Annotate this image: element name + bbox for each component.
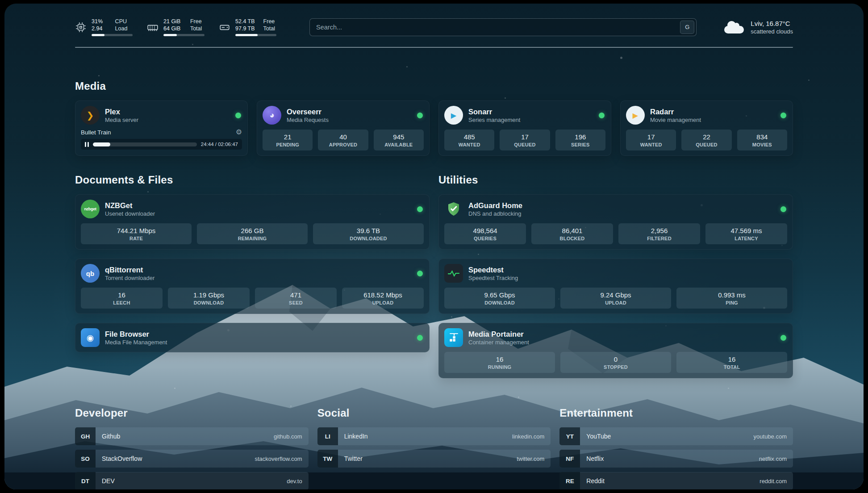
qbittorrent-status-indicator bbox=[417, 271, 423, 276]
stat-available: 945AVAILABLE bbox=[374, 130, 424, 150]
section-title-social: Social bbox=[317, 407, 551, 419]
cpu-label-1: CPU bbox=[115, 18, 133, 25]
app-link-filebrowser[interactable]: ◉ File Browser Media File Management bbox=[81, 328, 424, 347]
sonarr-status-indicator bbox=[599, 113, 605, 118]
app-name-overseerr: Overseerr bbox=[287, 107, 329, 116]
disk-progress-track bbox=[235, 34, 276, 36]
stat-downloaded: 39.6 TBDOWNLOADED bbox=[313, 223, 424, 244]
app-subtitle-plex: Media server bbox=[105, 117, 138, 123]
app-card-adguard: AdGuard Home DNS and adblocking 498,564Q… bbox=[438, 194, 793, 250]
qbittorrent-icon: qb bbox=[81, 264, 100, 283]
bookmark-github[interactable]: GH Github github.com bbox=[75, 427, 309, 445]
bookmark-dev[interactable]: DT DEV dev.to bbox=[75, 472, 309, 489]
dashboard-window: 31% CPU 2.94 Load bbox=[4, 4, 864, 489]
search-provider-button[interactable]: G bbox=[680, 21, 694, 34]
search-input[interactable] bbox=[309, 18, 697, 36]
disk-total-value: 97.9 TB bbox=[235, 25, 256, 32]
portainer-crane-icon bbox=[444, 328, 463, 347]
bookmark-twitter[interactable]: TW Twitter twitter.com bbox=[317, 450, 551, 468]
bookmark-group-social: Social LI LinkedIn linkedin.com TW Twitt… bbox=[317, 407, 551, 489]
bookmark-name: StackOverflow bbox=[96, 450, 255, 468]
stat-approved: 40APPROVED bbox=[318, 130, 368, 150]
app-card-filebrowser: ◉ File Browser Media File Management bbox=[75, 323, 430, 352]
cpu-load-value: 2.94 bbox=[92, 25, 108, 32]
stat-upload: 618.52 MbpsUPLOAD bbox=[342, 288, 424, 309]
memory-progress-fill bbox=[163, 34, 177, 36]
bookmark-url: reddit.com bbox=[760, 472, 793, 489]
bookmark-url: stackoverflow.com bbox=[255, 450, 308, 468]
bookmark-youtube[interactable]: YT YouTube youtube.com bbox=[559, 427, 793, 445]
search: G bbox=[309, 18, 697, 36]
portainer-status-indicator bbox=[780, 335, 786, 341]
memory-total-value: 64 GiB bbox=[163, 25, 183, 32]
stat-running: 16RUNNING bbox=[444, 352, 555, 373]
app-card-speedtest: Speedtest Speedtest Tracking 9.65 GbpsDO… bbox=[438, 259, 793, 314]
bookmark-url: youtube.com bbox=[754, 427, 793, 445]
plex-icon: ❯ bbox=[81, 106, 100, 125]
stat-remaining: 266 GBREMAINING bbox=[197, 223, 308, 244]
stat-upload: 9.24 GbpsUPLOAD bbox=[560, 288, 671, 309]
settings-gear-icon[interactable]: ⚙ bbox=[236, 129, 242, 136]
header-divider bbox=[75, 47, 793, 48]
bookmark-abbr: TW bbox=[317, 450, 338, 468]
app-card-plex: ❯ Plex Media server Bullet Train ⚙ bbox=[75, 100, 248, 156]
bookmark-linkedin[interactable]: LI LinkedIn linkedin.com bbox=[317, 427, 551, 445]
weather-widget: Lviv, 16.87°C scattered clouds bbox=[724, 20, 793, 35]
app-subtitle-qbittorrent: Torrent downloader bbox=[105, 275, 154, 281]
system-metrics: 31% CPU 2.94 Load bbox=[75, 18, 276, 36]
cpu-progress-track bbox=[92, 34, 133, 36]
disk-label-2: Total bbox=[263, 25, 276, 32]
disk-progress-fill bbox=[235, 34, 258, 36]
bookmark-netflix[interactable]: NF Netflix netflix.com bbox=[559, 450, 793, 468]
filebrowser-status-indicator bbox=[417, 335, 423, 341]
app-card-overseerr: ◕ Overseerr Media Requests 21PENDING 40A… bbox=[257, 100, 430, 156]
app-link-speedtest[interactable]: Speedtest Speedtest Tracking bbox=[444, 264, 787, 283]
adguard-shield-icon bbox=[444, 200, 463, 218]
app-name-qbittorrent: qBittorrent bbox=[105, 265, 154, 274]
app-link-radarr[interactable]: ▶ Radarr Movie management bbox=[626, 106, 787, 125]
bookmark-abbr: NF bbox=[559, 450, 580, 468]
section-title-media: Media bbox=[75, 80, 793, 92]
stat-total: 16TOTAL bbox=[676, 352, 787, 373]
bookmark-group-entertainment: Entertainment YT YouTube youtube.com NF … bbox=[559, 407, 793, 489]
app-link-plex[interactable]: ❯ Plex Media server bbox=[81, 106, 242, 125]
speedtest-icon bbox=[444, 264, 463, 283]
app-subtitle-portainer: Container management bbox=[468, 339, 529, 346]
app-link-adguard[interactable]: AdGuard Home DNS and adblocking bbox=[444, 200, 787, 218]
app-link-nzbget[interactable]: nzbget NZBGet Usenet downloader bbox=[81, 200, 424, 218]
radarr-status-indicator bbox=[780, 113, 786, 118]
memory-label-1: Free bbox=[190, 18, 204, 25]
wallpaper-snow-specks bbox=[4, 4, 6, 5]
memory-label-2: Total bbox=[190, 25, 204, 32]
bookmark-abbr: LI bbox=[317, 427, 338, 445]
now-playing-title: Bullet Train bbox=[81, 129, 111, 136]
app-link-portainer[interactable]: Media Portainer Container management bbox=[444, 328, 787, 347]
section-title-utilities: Utilities bbox=[438, 174, 793, 186]
bookmark-stackoverflow[interactable]: SO StackOverflow stackoverflow.com bbox=[75, 450, 309, 468]
playback-progress-fill bbox=[93, 142, 111, 146]
app-name-speedtest: Speedtest bbox=[468, 265, 518, 274]
memory-metric: 21 GiB Free 64 GiB Total bbox=[147, 18, 204, 36]
app-name-nzbget: NZBGet bbox=[105, 201, 155, 210]
bookmark-name: LinkedIn bbox=[338, 427, 512, 445]
bookmark-name: Github bbox=[96, 427, 274, 445]
bookmark-url: netflix.com bbox=[759, 450, 793, 468]
app-name-adguard: AdGuard Home bbox=[468, 201, 522, 210]
adguard-status-indicator bbox=[780, 206, 786, 212]
overseerr-icon: ◕ bbox=[263, 106, 281, 125]
section-documents: Documents & Files nzbget NZBGet Usenet d… bbox=[75, 174, 430, 361]
app-link-overseerr[interactable]: ◕ Overseerr Media Requests bbox=[263, 106, 424, 125]
app-name-filebrowser: File Browser bbox=[105, 330, 167, 338]
pause-icon[interactable] bbox=[85, 142, 89, 147]
stat-queued: 22QUEUED bbox=[681, 130, 731, 150]
playback-progress-track[interactable] bbox=[93, 142, 197, 146]
stat-blocked: 86,401BLOCKED bbox=[531, 223, 613, 244]
app-link-qbittorrent[interactable]: qb qBittorrent Torrent downloader bbox=[81, 264, 424, 283]
nzbget-icon: nzbget bbox=[81, 200, 100, 218]
app-link-sonarr[interactable]: ▶ Sonarr Series management bbox=[444, 106, 605, 125]
section-media: Media ❯ Plex Media server Bullet Train ⚙ bbox=[75, 80, 793, 156]
bookmark-reddit[interactable]: RE Reddit reddit.com bbox=[559, 472, 793, 489]
stat-download: 9.65 GbpsDOWNLOAD bbox=[444, 288, 555, 309]
stat-seed: 471SEED bbox=[255, 288, 337, 309]
cpu-percent: 31% bbox=[92, 18, 108, 25]
